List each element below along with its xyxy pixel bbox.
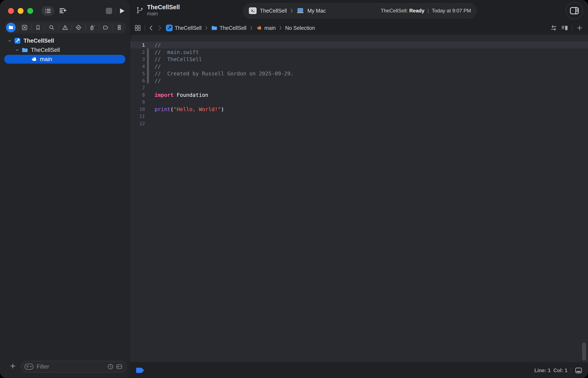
recent-files-clock-icon[interactable] bbox=[107, 363, 114, 370]
toggle-debug-area-icon[interactable] bbox=[575, 366, 583, 374]
folder-icon bbox=[6, 23, 16, 32]
command-line-target-icon bbox=[249, 7, 257, 14]
code-line[interactable]: 1// bbox=[130, 41, 588, 49]
code-lines: 1//2// main.swift3// TheCellSell4//5// C… bbox=[130, 41, 588, 127]
breadcrumb-label: main bbox=[264, 25, 276, 31]
editor-options-icon[interactable] bbox=[561, 24, 568, 31]
code-line[interactable]: 12 bbox=[130, 120, 588, 127]
disclosure-chevron-icon[interactable] bbox=[7, 38, 12, 43]
xcode-window: TheCellSell TheCellSell main bbox=[0, 0, 588, 378]
folder-icon bbox=[211, 25, 218, 31]
breadcrumb-label: TheCellSell bbox=[220, 25, 247, 31]
add-file-button[interactable] bbox=[9, 363, 16, 370]
tab-reports-navigator[interactable] bbox=[113, 22, 126, 33]
minimize-window-button[interactable] bbox=[18, 8, 24, 14]
status-project: TheCellSell: bbox=[381, 8, 408, 14]
status-state: Ready bbox=[409, 8, 424, 14]
filter-input[interactable]: Filter bbox=[21, 361, 126, 373]
tree-row-group[interactable]: TheCellSell bbox=[0, 45, 130, 54]
project-title: TheCellSell bbox=[147, 4, 180, 11]
source-editor[interactable]: 1//2// main.swift3// TheCellSell4//5// C… bbox=[130, 35, 588, 362]
chevron-right-icon bbox=[205, 26, 208, 30]
toggle-inspector-button[interactable] bbox=[566, 2, 583, 19]
navigator-tab-bar bbox=[4, 22, 126, 33]
tree-row-project[interactable]: TheCellSell bbox=[0, 36, 130, 45]
close-window-button[interactable] bbox=[8, 8, 14, 14]
run-button[interactable] bbox=[118, 7, 126, 15]
breakpoints-toggle-button[interactable] bbox=[136, 367, 144, 373]
breadcrumb-selection[interactable]: No Selection bbox=[285, 25, 315, 31]
code-line[interactable]: 11 bbox=[130, 113, 588, 120]
line-number[interactable]: 2 bbox=[130, 50, 145, 55]
sidebar-filter-bar: Filter bbox=[0, 361, 130, 373]
code-line[interactable]: 9 bbox=[130, 98, 588, 106]
intelligence-button[interactable] bbox=[57, 6, 69, 16]
tab-debug-navigator[interactable] bbox=[85, 22, 99, 33]
code-text: import Foundation bbox=[155, 92, 208, 98]
tab-source-control-navigator[interactable] bbox=[18, 22, 31, 33]
back-button[interactable] bbox=[148, 25, 154, 31]
code-line[interactable]: 10print("Hello, World!") bbox=[130, 106, 588, 113]
line-number[interactable]: 4 bbox=[130, 64, 145, 69]
tree-label: TheCellSell bbox=[24, 38, 54, 44]
filter-menu-icon[interactable] bbox=[24, 363, 34, 370]
editor-scrollbar-thumb[interactable] bbox=[582, 342, 586, 361]
code-text: // bbox=[155, 63, 161, 69]
tab-issues-navigator[interactable] bbox=[58, 22, 72, 33]
git-branch-icon bbox=[136, 5, 144, 15]
code-line[interactable]: 6// bbox=[130, 77, 588, 84]
tab-tests-navigator[interactable] bbox=[72, 22, 85, 33]
line-number[interactable]: 7 bbox=[130, 85, 145, 91]
source-control-status-filter-icon[interactable] bbox=[116, 363, 123, 370]
bookmark-icon bbox=[35, 25, 41, 30]
line-number[interactable]: 6 bbox=[130, 78, 145, 83]
breadcrumb-file[interactable]: main bbox=[256, 25, 276, 31]
window-controls bbox=[8, 8, 33, 14]
run-destination-name[interactable]: My Mac bbox=[307, 8, 326, 14]
line-number[interactable]: 10 bbox=[130, 107, 145, 112]
line-number[interactable]: 8 bbox=[130, 92, 145, 98]
code-review-icon[interactable] bbox=[550, 24, 557, 31]
line-number[interactable]: 9 bbox=[130, 100, 145, 105]
line-number[interactable]: 12 bbox=[130, 121, 145, 126]
code-text: // Created by Russell Gordon on 2025-09-… bbox=[155, 70, 294, 77]
bottombar-divider bbox=[571, 367, 571, 374]
toggle-navigator-button[interactable] bbox=[41, 6, 54, 16]
related-items-icon[interactable] bbox=[134, 25, 141, 31]
line-number[interactable]: 11 bbox=[130, 114, 145, 119]
line-number[interactable]: 1 bbox=[130, 42, 145, 48]
tab-bookmarks-navigator[interactable] bbox=[31, 22, 45, 33]
code-line[interactable]: 5// Created by Russell Gordon on 2025-09… bbox=[130, 70, 588, 77]
test-diamond-icon bbox=[75, 24, 82, 31]
stop-button[interactable] bbox=[106, 8, 112, 14]
code-line[interactable]: 3// TheCellSell bbox=[130, 56, 588, 63]
chevron-right-icon bbox=[250, 26, 253, 30]
forward-button[interactable] bbox=[157, 25, 162, 31]
play-icon bbox=[118, 7, 125, 14]
line-number[interactable]: 3 bbox=[130, 57, 145, 62]
zoom-window-button[interactable] bbox=[27, 8, 33, 14]
scheme-name[interactable]: TheCellSell bbox=[260, 8, 287, 14]
xcode-project-icon bbox=[14, 37, 21, 44]
breadcrumb-folder[interactable]: TheCellSell bbox=[211, 25, 247, 31]
add-editor-icon[interactable] bbox=[576, 25, 583, 31]
report-list-icon bbox=[116, 25, 122, 30]
disclosure-chevron-icon[interactable] bbox=[15, 47, 20, 53]
code-line[interactable]: 2// main.swift bbox=[130, 49, 588, 56]
line-number[interactable]: 5 bbox=[130, 71, 145, 76]
code-line[interactable]: 8import Foundation bbox=[130, 91, 588, 98]
breadcrumb-label: No Selection bbox=[285, 25, 315, 31]
chevron-right-icon bbox=[279, 26, 282, 30]
navigator-sidebar: TheCellSell TheCellSell main bbox=[0, 0, 130, 378]
code-text: print("Hello, World!") bbox=[155, 106, 224, 112]
code-line[interactable]: 4// bbox=[130, 63, 588, 70]
window-title-block: TheCellSell main bbox=[136, 4, 180, 17]
tab-breakpoints-navigator[interactable] bbox=[99, 22, 112, 33]
branch-name: main bbox=[147, 11, 180, 17]
scheme-selector[interactable]: TheCellSell My Mac TheCellSell: Ready | … bbox=[243, 3, 477, 18]
tab-project-navigator[interactable] bbox=[4, 22, 18, 33]
code-line[interactable]: 7 bbox=[130, 84, 588, 91]
tree-row-main-selected[interactable]: main bbox=[4, 55, 125, 64]
breadcrumb-project[interactable]: TheCellSell bbox=[166, 25, 201, 31]
tab-find-navigator[interactable] bbox=[45, 22, 58, 33]
